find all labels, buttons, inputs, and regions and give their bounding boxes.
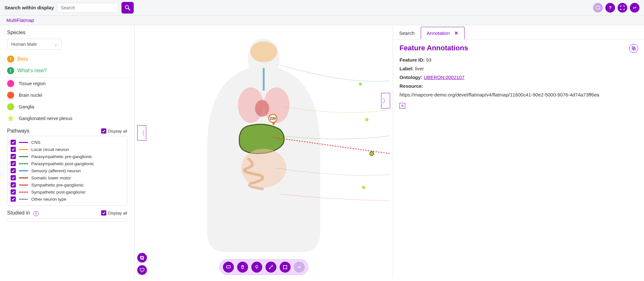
pathway-label: Sympathetic pre-ganglionic (31, 183, 84, 187)
expand-icon (620, 5, 625, 10)
copy-button[interactable] (629, 44, 638, 53)
edit-button[interactable]: ✎ (399, 103, 405, 109)
svg-point-4 (250, 42, 277, 62)
resource-value: https://mapcore-demo.org/devel/flatmap/v… (399, 90, 638, 99)
pathway-row[interactable]: Parasympathetic pre-ganglionic (11, 153, 124, 160)
legend-item[interactable]: Tissue region (7, 78, 127, 89)
comment-tool[interactable] (223, 262, 234, 273)
species-select[interactable]: Human Male ⌄ (7, 39, 62, 50)
svg-point-22 (229, 266, 230, 267)
svg-point-14 (362, 186, 365, 189)
copy-icon (631, 46, 636, 51)
checkbox-icon[interactable] (11, 147, 16, 152)
svg-point-31 (283, 268, 284, 269)
ontology-link[interactable]: UBERON:0002107 (424, 75, 465, 80)
close-icon[interactable]: ✕ (454, 30, 458, 36)
pencil-icon: ✎ (401, 104, 404, 108)
info-icon[interactable]: i (34, 211, 39, 216)
pathway-row[interactable]: Sympathetic post-ganglionic (11, 188, 124, 196)
svg-point-13 (370, 152, 374, 156)
svg-line-27 (270, 266, 272, 268)
breadcrumb[interactable]: MultiFlatmap (0, 15, 644, 25)
legend-swatch (7, 92, 14, 99)
checkbox-icon (101, 210, 106, 216)
rect-tool[interactable] (280, 262, 291, 273)
pathway-row[interactable]: Somatic lower motor (11, 174, 124, 181)
sidebar-scroll[interactable]: Tissue regionBrain nucleiGangliaGanglion… (0, 77, 134, 279)
beta-label: Beta (17, 56, 28, 62)
studied-in-display-all[interactable]: Display all (101, 210, 127, 216)
search-input[interactable] (57, 3, 118, 13)
fullscreen-icon[interactable] (618, 3, 627, 13)
tabs: Search Annotation ✕ (393, 25, 644, 39)
layers-icon (139, 255, 145, 260)
tab-annotation[interactable]: Annotation ✕ (421, 27, 465, 39)
pathway-row[interactable]: Other neuron type (11, 196, 124, 203)
checkbox-icon[interactable] (11, 182, 16, 187)
marker-count: 220 (270, 116, 276, 120)
pathway-swatch (19, 199, 28, 200)
pathway-label: Local circuit neuron (31, 147, 69, 152)
pathway-row[interactable]: CNS (11, 139, 124, 146)
pathway-swatch (19, 192, 28, 193)
checkbox-icon[interactable] (11, 161, 16, 166)
map-marker[interactable]: 220 (268, 114, 279, 124)
legend-item[interactable]: Ganglia (7, 101, 127, 113)
pin-tool[interactable] (251, 262, 262, 273)
legend-item[interactable]: Brain nuclei (7, 89, 127, 101)
layers-button[interactable] (137, 253, 147, 263)
label-key: Label: (399, 66, 414, 71)
display-button[interactable] (137, 265, 147, 275)
tab-search[interactable]: Search (393, 27, 421, 39)
whatsnew-link[interactable]: What's new? (17, 68, 47, 74)
svg-point-23 (255, 266, 258, 268)
pathway-row[interactable]: Sensory (afferent) neuron (11, 167, 124, 174)
pathway-swatch (19, 149, 28, 150)
rect-icon (283, 265, 288, 270)
svg-rect-17 (140, 268, 144, 271)
monitor-icon (139, 267, 145, 273)
checkbox-icon[interactable] (11, 154, 16, 159)
help-icon[interactable]: ? (605, 3, 615, 13)
svg-marker-3 (7, 115, 14, 121)
resource-key: Resource: (399, 83, 423, 89)
right-panel: Search Annotation ✕ Feature Annotations … (393, 25, 644, 279)
whatsnew-badge-icon: ! (7, 67, 14, 74)
checkbox-icon[interactable] (11, 175, 16, 180)
pathway-row[interactable]: Local circuit neuron (11, 146, 124, 153)
legend-item[interactable]: Ganglionated nerve plexus (7, 113, 127, 124)
trash-icon (240, 265, 245, 270)
link-icon[interactable] (630, 3, 639, 13)
pathway-swatch (19, 142, 28, 143)
pin-icon (254, 265, 259, 270)
flatmap-canvas[interactable]: 〈 〉 (135, 25, 393, 279)
feature-id-value: 93 (426, 57, 432, 63)
svg-point-32 (286, 268, 287, 269)
search-icon (124, 5, 131, 11)
path-icon (268, 265, 274, 270)
legend-label: Tissue region (19, 81, 46, 86)
pathway-row[interactable]: Parasympathetic post-ganglionic (11, 160, 124, 167)
chevron-down-icon: ⌄ (54, 42, 58, 47)
view-mode-icon[interactable] (593, 3, 603, 13)
legend-label: Ganglionated nerve plexus (19, 116, 72, 121)
checkbox-icon[interactable] (11, 189, 16, 195)
svg-point-29 (283, 265, 284, 266)
chain-icon (297, 265, 302, 270)
svg-point-30 (286, 265, 287, 266)
pathways-display-all[interactable]: Display all (101, 128, 127, 134)
legend-swatch (7, 115, 14, 122)
topbar: Search within display ? (0, 0, 644, 15)
checkbox-icon[interactable] (11, 140, 16, 145)
checkbox-icon[interactable] (11, 196, 16, 202)
path-tool[interactable] (265, 262, 276, 273)
legend-swatch (7, 80, 14, 87)
search-button[interactable] (121, 2, 134, 14)
pathway-row[interactable]: Sympathetic pre-ganglionic (11, 181, 124, 188)
checkbox-icon[interactable] (11, 168, 16, 173)
left-panel: Species Human Male ⌄ ! Beta ! What's new… (0, 25, 135, 279)
legend-label: Brain nuclei (19, 93, 42, 98)
delete-tool[interactable] (237, 262, 248, 273)
link-tool[interactable] (294, 262, 305, 273)
pathway-label: Somatic lower motor (31, 176, 71, 180)
